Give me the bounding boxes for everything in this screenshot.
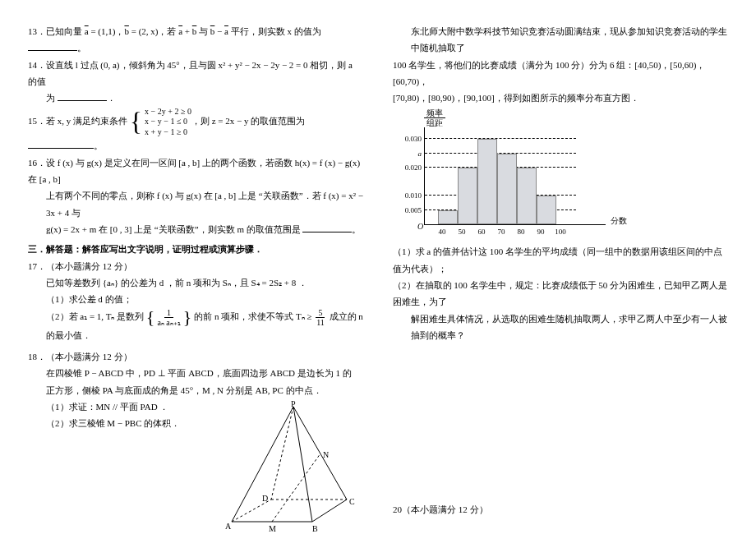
xt: 100 bbox=[551, 225, 570, 239]
q-number: 14． bbox=[28, 60, 46, 70]
t: 。 bbox=[94, 140, 103, 150]
bar-70-80 bbox=[497, 154, 517, 224]
xt: 60 bbox=[472, 225, 491, 239]
label-D: D bbox=[262, 491, 268, 507]
bar-60-70 bbox=[477, 139, 497, 224]
t: 为 bbox=[46, 93, 55, 103]
right-p1: （1）求 a 的值并估计这 100 名学生的平均成绩（同一组中的数据用该组区间的… bbox=[393, 243, 728, 277]
origin-label: O bbox=[417, 219, 423, 235]
label-M: M bbox=[269, 522, 276, 534]
q16-l3: g(x) = 2x + m 在 [0 , 3] 上是 “关联函数”，则实数 m … bbox=[46, 224, 301, 234]
blank bbox=[28, 42, 77, 51]
q18-l1: 在四棱锥 P − ABCD 中，PD ⊥ 平面 ABCD，底面四边形 ABCD … bbox=[28, 365, 363, 381]
q14-text: 设直线 l 过点 (0, a)，倾斜角为 45°，且与圆 bbox=[46, 60, 218, 70]
two-columns: 13．已知向量 a = (1,1)，b = (2, x)，若 a + b 与 b… bbox=[28, 23, 728, 534]
q17-p1: （1）求公差 d 的值； bbox=[28, 291, 363, 307]
label-C: C bbox=[349, 495, 355, 510]
left-brace-icon: { bbox=[146, 308, 155, 326]
blank bbox=[58, 92, 107, 101]
right-p2b: 解困难生具体情况，从选取的困难生随机抽取两人，求甲乙两人中至少有一人被抽到的概率… bbox=[393, 311, 728, 344]
q15-text: 若 x, y 满足约束条件 bbox=[46, 116, 127, 126]
pyramid-svg bbox=[224, 398, 363, 530]
num: 5 bbox=[316, 308, 325, 318]
q18-p2: （2）求三棱锥 M − PBC 的体积． bbox=[46, 415, 217, 431]
section-3-title: 三．解答题：解答应写出文字说明，证明过程或演算步骤． bbox=[28, 241, 363, 257]
plot-area: 0.030 a 0.020 0.010 0.005 分数 O bbox=[424, 127, 606, 225]
q-number: 15． bbox=[28, 116, 46, 126]
svg-line-2 bbox=[271, 407, 293, 499]
t: ，若 bbox=[158, 26, 178, 36]
n: 频率 bbox=[424, 108, 445, 118]
q16: 16．设 f (x) 与 g(x) 是定义在同一区间 [a , b] 上的两个函… bbox=[28, 154, 363, 238]
intro-l1: 东北师大附中数学科技节知识竞赛活动圆满结束，现从参加知识竞赛活动的学生中随机抽取… bbox=[393, 23, 728, 57]
x-ticks: 40 50 60 70 80 90 100 bbox=[432, 225, 613, 239]
svg-line-5 bbox=[272, 453, 320, 522]
q-number: 13． bbox=[28, 26, 46, 36]
sequence-braces: { 1aₙ aₙ₊₁ } bbox=[146, 308, 192, 327]
q17: 17．（本小题满分 12 分） 已知等差数列 {aₙ} 的公差为 d ，前 n … bbox=[28, 258, 363, 343]
seq: {aₙ} bbox=[103, 278, 118, 288]
q18-subparts: （1）求证：MN // 平面 PAD ． （2）求三棱锥 M − PBC 的体积… bbox=[46, 398, 217, 432]
right-p2a: （2）在抽取的 100 名学生中，规定：比赛成绩低于 50 分为困难生，已知甲乙… bbox=[393, 277, 728, 311]
t: 的公差为 d ，前 n 项和为 Sₙ，且 S₄ = 2S₂ + 8 ． bbox=[118, 278, 307, 288]
xt: 70 bbox=[491, 225, 511, 239]
left-brace-icon: { bbox=[130, 108, 142, 135]
pyramid-figure: P N D C A M B bbox=[224, 398, 363, 530]
q-number: 17． bbox=[28, 261, 46, 271]
t: 。 bbox=[352, 224, 361, 234]
q18: 18．（本小题满分 12 分） 在四棱锥 P − ABCD 中，PD ⊥ 平面 … bbox=[28, 348, 363, 530]
bars bbox=[438, 127, 556, 224]
row3: x + y − 1 ≥ 0 bbox=[145, 127, 191, 138]
exam-page: 13．已知向量 a = (1,1)，b = (2, x)，若 a + b 与 b… bbox=[0, 0, 756, 534]
q14: 14．设直线 l 过点 (0, a)，倾斜角为 45°，且与圆 x² + y² … bbox=[28, 57, 363, 107]
histogram: 频率组距 0.030 a 0.020 0.010 0.005 bbox=[424, 108, 613, 239]
constraint-system: { x − 2y + 2 ≥ 0 x − y − 1 ≤ 0 x + y − 1… bbox=[130, 107, 191, 138]
q17-head: （本小题满分 12 分） bbox=[46, 261, 132, 271]
left-column: 13．已知向量 a = (1,1)，b = (2, x)，若 a + b 与 b… bbox=[28, 23, 363, 534]
y-axis-label: 频率组距 bbox=[424, 108, 613, 127]
t: ，则 z = 2x − y 的取值范围为 bbox=[191, 116, 305, 126]
t: 。 bbox=[77, 43, 86, 53]
label-A: A bbox=[225, 519, 231, 534]
q16-l2: 上有两个不同的零点，则称 f (x) 与 g(x) 在 [a , b] 上是 “… bbox=[28, 187, 363, 221]
q20: 20（本小题满分 12 分） bbox=[393, 501, 488, 518]
inner-fraction: 1aₙ aₙ₊₁ bbox=[154, 308, 182, 327]
y-ticks: 0.030 a 0.020 0.010 0.005 bbox=[397, 127, 422, 224]
q13-text: 已知向量 bbox=[46, 26, 85, 36]
t: 与 bbox=[196, 26, 210, 36]
q13-f1: a = (1,1) bbox=[85, 26, 116, 36]
label-N: N bbox=[323, 448, 329, 463]
num: 1 bbox=[164, 308, 173, 318]
intro-l2: 100 名学生，将他们的比赛成绩（满分为 100 分）分为 6 组：[40,50… bbox=[393, 57, 728, 90]
t: （2）若 a₁ = 1, Tₙ 是数列 bbox=[46, 311, 144, 321]
right-column: 东北师大附中数学科技节知识竞赛活动圆满结束，现从参加知识竞赛活动的学生中随机抽取… bbox=[393, 23, 728, 534]
bar-40-50 bbox=[438, 210, 458, 224]
row2: x − y − 1 ≤ 0 bbox=[145, 117, 191, 127]
intro-l3: [70,80)，[80,90)，[90,100]，得到如图所示的频率分布直方图． bbox=[393, 90, 728, 106]
xt: 50 bbox=[452, 225, 472, 239]
t: 平行，则实数 x 的值为 bbox=[228, 26, 321, 36]
q18-head: （本小题满分 12 分） bbox=[46, 352, 132, 361]
t: ， bbox=[115, 26, 124, 36]
bar-50-60 bbox=[458, 168, 477, 224]
q13-f3: a + b bbox=[178, 26, 196, 36]
q-number: 16． bbox=[28, 158, 46, 168]
d: 组距 bbox=[424, 118, 445, 127]
q13-f4: b − a bbox=[210, 26, 228, 36]
five-elevenths: 511 bbox=[314, 308, 327, 327]
q17-l1: 已知等差数列 {aₙ} 的公差为 d ，前 n 项和为 Sₙ，且 S₄ = 2S… bbox=[28, 274, 363, 291]
den: 11 bbox=[314, 318, 327, 327]
bar-80-90 bbox=[517, 168, 537, 224]
blank bbox=[28, 140, 94, 149]
q15: 15．若 x, y 满足约束条件 { x − 2y + 2 ≥ 0 x − y … bbox=[28, 107, 363, 154]
q16-l1: 设 f (x) 与 g(x) 是定义在同一区间 [a , b] 上的两个函数，若… bbox=[28, 158, 360, 184]
den: aₙ aₙ₊₁ bbox=[154, 318, 182, 327]
x-axis-label: 分数 bbox=[611, 214, 627, 229]
label-P: P bbox=[291, 397, 296, 412]
q17-p2: （2）若 a₁ = 1, Tₙ 是数列 { 1aₙ aₙ₊₁ } 的前 n 项和… bbox=[28, 308, 363, 343]
q14-f1: x² + y² − 2x − 2y − 2 = 0 bbox=[218, 60, 307, 70]
brace-rows: x − 2y + 2 ≥ 0 x − y − 1 ≤ 0 x + y − 1 ≥… bbox=[145, 107, 191, 138]
q13-f2: b = (2, x) bbox=[124, 26, 158, 36]
q-number: 18． bbox=[28, 352, 46, 361]
row1: x − 2y + 2 ≥ 0 bbox=[145, 107, 191, 117]
